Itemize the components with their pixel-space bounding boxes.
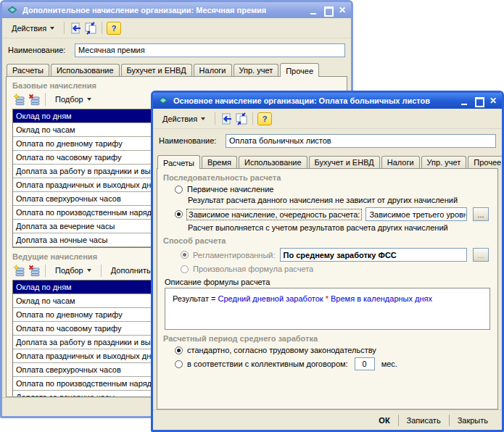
radio-label: Произвольная формула расчета bbox=[193, 265, 313, 273]
dropdown-arrow-icon bbox=[87, 98, 91, 101]
dependency-picker-button[interactable]: ... bbox=[473, 207, 489, 221]
radio-icon[interactable] bbox=[175, 360, 183, 368]
radio-custom-formula: Произвольная формула расчета bbox=[181, 265, 489, 273]
radio-icon[interactable] bbox=[175, 210, 183, 218]
tab-prochee[interactable]: Прочее bbox=[468, 156, 504, 168]
months-suffix: мес. bbox=[381, 360, 397, 368]
delete-row-icon[interactable] bbox=[28, 93, 41, 106]
titlebar[interactable]: Дополнительное начисление организации: М… bbox=[2, 2, 351, 18]
tab-prochee[interactable]: Прочее bbox=[280, 63, 319, 77]
tab-nalogi[interactable]: Налоги bbox=[381, 156, 420, 168]
help-icon[interactable]: ? bbox=[257, 112, 272, 125]
window-sick-leave: Основное начисление организации: Оплата … bbox=[151, 91, 504, 432]
name-label: Наименование: bbox=[159, 136, 221, 145]
ok-button[interactable]: ОК bbox=[371, 413, 397, 428]
toolbar-separator bbox=[101, 265, 102, 277]
toolbar: Действия ? bbox=[2, 18, 351, 38]
group-title-period: Расчетный период среднего заработка bbox=[163, 334, 492, 343]
actions-label: Действия bbox=[12, 24, 46, 33]
base-pick-button[interactable]: Подбор bbox=[50, 92, 96, 107]
dependent-desc: Расчет выполняется с учетом результатов … bbox=[188, 223, 489, 232]
dependency-level-field[interactable]: Зависимое третьего уровня bbox=[365, 207, 467, 221]
toolbar-separator bbox=[252, 112, 253, 125]
radio-regulated[interactable]: Регламентированный: По среднему заработк… bbox=[181, 248, 489, 262]
maximize-icon[interactable] bbox=[474, 96, 484, 106]
tab-raschety[interactable]: Расчеты bbox=[7, 64, 49, 76]
tab-bar: Расчеты Использование Бухучет и ЕНВД Нал… bbox=[2, 61, 351, 76]
radio-label: Регламентированный: bbox=[193, 251, 276, 259]
radio-standard-period[interactable]: стандартно, согласно трудовому законодат… bbox=[175, 346, 489, 354]
radio-icon bbox=[181, 251, 189, 259]
group-title-base: Базовые начисления bbox=[12, 81, 341, 90]
radio-primary-accrual[interactable]: Первичное начисление bbox=[175, 185, 489, 194]
tab-ispolzovanie[interactable]: Использование bbox=[239, 156, 307, 168]
refresh-icon[interactable] bbox=[235, 112, 248, 125]
radio-dependent-accrual[interactable]: Зависимое начисление, очередность расчет… bbox=[175, 207, 489, 221]
formula-prefix: Результат = bbox=[173, 294, 218, 303]
minimize-icon[interactable] bbox=[460, 96, 469, 106]
toolbar: Действия ? bbox=[153, 109, 502, 129]
months-input[interactable]: 0 bbox=[355, 357, 375, 370]
add-row-icon[interactable] bbox=[12, 93, 25, 106]
pick-label: Подбор bbox=[55, 95, 83, 104]
formula-box: Результат = Средний дневной заработок * … bbox=[165, 288, 490, 330]
radio-icon[interactable] bbox=[175, 186, 183, 194]
formula-description-label: Описание формулы расчета bbox=[165, 278, 489, 286]
window-title: Основное начисление организации: Оплата … bbox=[173, 96, 430, 105]
radio-label: в соответствии с коллективным договором: bbox=[187, 360, 348, 368]
name-input[interactable]: Оплата больничных листов bbox=[226, 134, 496, 148]
dropdown-arrow-icon bbox=[87, 269, 91, 272]
toolbar-separator bbox=[102, 22, 102, 34]
tab-upr-uchet[interactable]: Упр. учет bbox=[234, 64, 279, 76]
tab-page-raschety: Последовательность расчета Первичное нач… bbox=[157, 168, 498, 410]
delete-row-icon[interactable] bbox=[28, 264, 41, 277]
formula-operand-1: Средний дневной заработок bbox=[218, 294, 323, 303]
refresh-icon[interactable] bbox=[84, 22, 97, 35]
radio-collective-period[interactable]: в соответствии с коллективным договором:… bbox=[175, 357, 489, 370]
group-title-sequence: Последовательность расчета bbox=[163, 173, 492, 182]
minimize-icon[interactable] bbox=[309, 6, 318, 15]
tab-vremya[interactable]: Время bbox=[202, 156, 237, 168]
titlebar[interactable]: Основное начисление организации: Оплата … bbox=[153, 93, 502, 109]
window-title: Дополнительное начисление организации: М… bbox=[22, 6, 266, 14]
lead-add-button[interactable]: Дополнить bbox=[106, 263, 156, 278]
regulated-picker-button: ... bbox=[473, 248, 489, 262]
tab-bar: Расчеты Время Использование Бухучет и ЕН… bbox=[153, 151, 502, 168]
dropdown-arrow-icon bbox=[50, 27, 54, 30]
radio-icon bbox=[181, 265, 189, 273]
pick-label: Подбор bbox=[55, 266, 83, 275]
tab-ispolzovanie[interactable]: Использование bbox=[51, 64, 120, 76]
primary-desc: Результат расчета данного начисления не … bbox=[188, 196, 489, 204]
lead-pick-button[interactable]: Подбор bbox=[50, 263, 96, 278]
group-title-method: Способ расчета bbox=[163, 236, 492, 245]
formula-operator: * bbox=[323, 294, 331, 303]
name-row: Наименование: Оплата больничных листов bbox=[153, 129, 502, 151]
radio-label: Зависимое начисление, очередность расчет… bbox=[187, 209, 361, 220]
name-input[interactable]: Месячная премия bbox=[75, 43, 345, 57]
actions-button[interactable]: Действия bbox=[157, 112, 210, 126]
tab-buhuchet[interactable]: Бухучет и ЕНВД bbox=[309, 156, 380, 168]
toolbar-separator bbox=[64, 22, 65, 34]
toolbar-separator bbox=[45, 265, 46, 277]
toolbar-separator bbox=[215, 112, 215, 125]
tab-nalogi[interactable]: Налоги bbox=[194, 64, 232, 76]
reread-icon[interactable] bbox=[69, 22, 82, 35]
radio-icon[interactable] bbox=[175, 346, 183, 354]
radio-label: Первичное начисление bbox=[187, 185, 273, 194]
maximize-icon[interactable] bbox=[323, 6, 333, 15]
front-footer-bar: ОК Записать Закрыть bbox=[153, 410, 502, 430]
help-icon[interactable]: ? bbox=[107, 22, 121, 35]
tab-raschety[interactable]: Расчеты bbox=[157, 155, 200, 169]
actions-button[interactable]: Действия bbox=[7, 21, 59, 36]
regulated-method-field[interactable]: По среднему заработку ФСС bbox=[280, 248, 467, 262]
add-row-icon[interactable] bbox=[12, 264, 25, 277]
toolbar-separator bbox=[45, 94, 46, 106]
reread-icon[interactable] bbox=[220, 112, 233, 125]
close-icon[interactable] bbox=[489, 96, 498, 106]
close-button[interactable]: Закрыть bbox=[450, 413, 496, 428]
tab-upr-uchet[interactable]: Упр. учет bbox=[421, 156, 467, 168]
tab-buhuchet[interactable]: Бухучет и ЕНВД bbox=[121, 64, 192, 76]
save-button[interactable]: Записать bbox=[399, 413, 449, 428]
close-icon[interactable] bbox=[338, 6, 347, 15]
window-item-icon bbox=[6, 4, 19, 17]
